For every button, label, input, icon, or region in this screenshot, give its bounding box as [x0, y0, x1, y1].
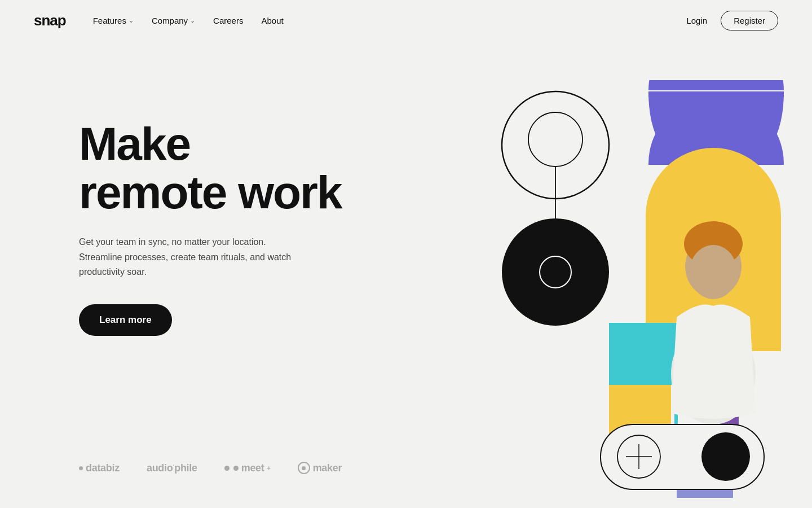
maker-label: maker: [313, 462, 342, 474]
login-button[interactable]: Login: [686, 16, 707, 25]
teal-rect-tl: [609, 323, 671, 385]
hero-section: Make remote work Get your team in sync, …: [0, 41, 812, 508]
hero-subtitle: Get your team in sync, no matter your lo…: [79, 235, 299, 279]
audiophile-label: audio·phile: [147, 462, 197, 474]
outline-circle-small: [528, 112, 582, 167]
white-shirt: [671, 305, 756, 419]
register-button[interactable]: Register: [721, 11, 778, 30]
logo-maker: maker: [298, 462, 342, 474]
navbar: snap Features ⌄ Company ⌄ Careers About …: [0, 0, 812, 41]
hero-illustration: [406, 75, 778, 508]
maker-circle-icon: [298, 462, 310, 474]
purple-semicircle: [648, 80, 784, 90]
logo-databiz: databiz: [79, 462, 120, 474]
meet-dot2-icon: [233, 466, 239, 471]
nav-company[interactable]: Company ⌄: [152, 16, 195, 25]
learn-more-button[interactable]: Learn more: [79, 304, 172, 336]
hero-title: Make remote work: [79, 120, 372, 217]
meet-sup: +: [267, 465, 271, 471]
logo-meet: meet +: [224, 462, 271, 474]
nav-careers[interactable]: Careers: [213, 16, 243, 25]
meet-dot-icon: [224, 466, 230, 471]
chevron-down-icon: ⌄: [190, 17, 195, 24]
logo-audiophile: audio·phile: [147, 462, 197, 474]
databiz-dot-icon: [79, 466, 83, 470]
partner-logos: databiz audio·phile meet + maker: [79, 462, 342, 474]
black-circle: [502, 218, 609, 326]
hero-content: Make remote work Get your team in sync, …: [79, 75, 372, 336]
nav-about[interactable]: About: [261, 16, 283, 25]
brand-logo[interactable]: snap: [34, 12, 66, 29]
nav-features[interactable]: Features ⌄: [93, 16, 134, 25]
chevron-down-icon: ⌄: [129, 17, 134, 24]
nav-auth: Login Register: [686, 11, 778, 30]
geometric-composition: [496, 80, 789, 498]
person-face: [690, 245, 737, 299]
meet-label: meet: [241, 462, 264, 474]
databiz-label: databiz: [86, 462, 120, 474]
illustration-svg: [496, 80, 789, 498]
pill-right-circle: [701, 432, 750, 481]
nav-links: Features ⌄ Company ⌄ Careers About: [93, 16, 687, 25]
